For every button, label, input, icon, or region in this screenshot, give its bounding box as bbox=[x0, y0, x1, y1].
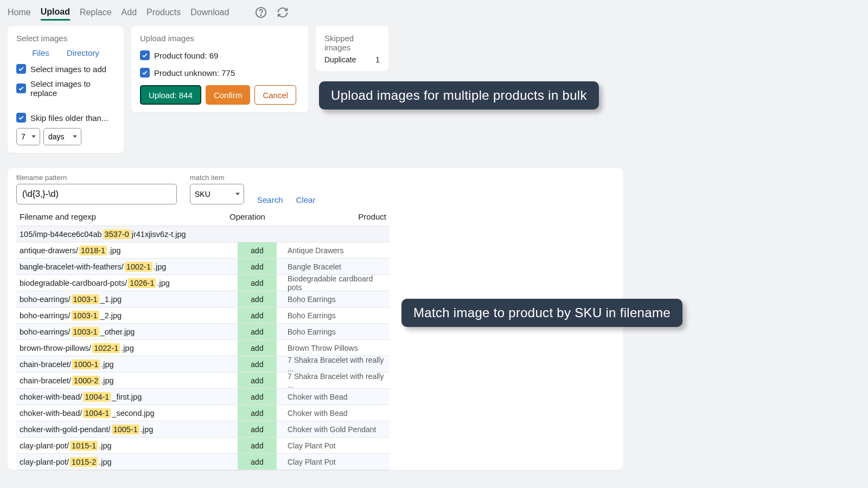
nav-add[interactable]: Add bbox=[122, 8, 137, 20]
table-row[interactable]: boho-earrings/ 1003-1 _other.jpgaddBoho … bbox=[16, 324, 390, 340]
table-row[interactable]: antique-drawers/ 1018-1 .jpgaddAntique D… bbox=[16, 242, 390, 259]
table-row[interactable]: chain-bracelet/ 1000-2 .jpgadd7 Shakra B… bbox=[16, 373, 390, 389]
operation-cell: add bbox=[238, 405, 277, 421]
checkbox-skip[interactable] bbox=[16, 113, 26, 123]
operation-badge: add bbox=[238, 307, 277, 323]
search-button[interactable]: Search bbox=[257, 195, 283, 204]
table-row[interactable]: chain-bracelet/ 1000-1 .jpgadd7 Shakra B… bbox=[16, 356, 390, 373]
nav-download[interactable]: Download bbox=[190, 8, 229, 20]
nav-upload[interactable]: Upload bbox=[41, 7, 70, 21]
table-row[interactable]: boho-earrings/ 1003-1 _1.jpgaddBoho Earr… bbox=[16, 291, 390, 307]
product-cell: Boho Earrings bbox=[277, 328, 390, 336]
table-row[interactable]: choker-with-gold-pendant/ 1005-1 .jpgadd… bbox=[16, 421, 390, 438]
operation-badge: add bbox=[238, 389, 277, 404]
table-row[interactable]: choker-with-bead/ 1004-1 _second.jpgaddC… bbox=[16, 405, 390, 421]
table-row[interactable]: 105/imp-b44ece6c04ab 3537-0 jr41xjisv6z-… bbox=[16, 226, 390, 242]
checkbox-replace[interactable] bbox=[16, 84, 26, 93]
operation-badge: add bbox=[238, 405, 277, 421]
refresh-icon[interactable] bbox=[277, 7, 289, 21]
table-row[interactable]: choker-with-bead/ 1004-1 _first.jpgaddCh… bbox=[16, 389, 390, 405]
filename-cell: choker-with-bead/ 1004-1 _second.jpg bbox=[16, 408, 218, 418]
product-cell: Biodegradable cardboard pots bbox=[277, 274, 390, 292]
checkbox-skip-label: Skip files older than... bbox=[30, 113, 108, 123]
filename-pattern-input[interactable] bbox=[16, 184, 177, 204]
regex-match: 1004-1 bbox=[83, 392, 111, 402]
product-cell: Choker with Gold Pendant bbox=[277, 425, 390, 434]
nav-replace[interactable]: Replace bbox=[80, 8, 112, 20]
operation-cell: add bbox=[238, 275, 277, 291]
operation-cell: add bbox=[238, 389, 277, 404]
upload-images-title: Upload images bbox=[140, 34, 299, 43]
operation-cell: add bbox=[238, 307, 277, 323]
age-number-select[interactable]: 7 bbox=[16, 128, 40, 145]
operation-badge: add bbox=[238, 454, 277, 470]
filename-cell: biodegradable-cardboard-pots/ 1026-1 .jp… bbox=[16, 278, 218, 288]
operation-badge: add bbox=[238, 259, 277, 274]
select-images-card: Select images Files Directory Select ima… bbox=[8, 26, 124, 153]
operation-cell: add bbox=[238, 324, 277, 339]
regex-match: 1026-1 bbox=[128, 278, 156, 288]
pattern-label: filename pattern bbox=[16, 174, 177, 182]
checkbox-product-found[interactable] bbox=[140, 50, 150, 60]
th-operation: Operation bbox=[218, 212, 277, 221]
cancel-button[interactable]: Cancel bbox=[254, 85, 296, 105]
operation-cell: add bbox=[238, 340, 277, 356]
product-cell: Antique Drawers bbox=[277, 246, 390, 255]
select-images-title: Select images bbox=[16, 34, 115, 43]
regex-match: 3537-0 bbox=[103, 229, 131, 239]
nav-products[interactable]: Products bbox=[146, 8, 181, 20]
regex-match: 1005-1 bbox=[112, 425, 139, 434]
tab-directory[interactable]: Directory bbox=[67, 48, 99, 57]
filename-cell: clay-plant-pot/ 1015-2 .jpg bbox=[16, 457, 218, 467]
regex-match: 1000-1 bbox=[72, 359, 100, 369]
operation-badge: add bbox=[238, 324, 277, 339]
checkbox-add[interactable] bbox=[16, 64, 26, 74]
confirm-button[interactable]: Confirm bbox=[206, 85, 251, 105]
clear-button[interactable]: Clear bbox=[296, 195, 316, 204]
table-row[interactable]: boho-earrings/ 1003-1 _2.jpgaddBoho Earr… bbox=[16, 307, 390, 324]
table-row[interactable]: brown-throw-pillows/ 1022-1 .jpgaddBrown… bbox=[16, 340, 390, 356]
upload-button[interactable]: Upload: 844 bbox=[140, 85, 201, 105]
skipped-dup-count: 1 bbox=[375, 55, 380, 64]
regex-match: 1003-1 bbox=[72, 327, 99, 337]
table-row[interactable]: biodegradable-cardboard-pots/ 1026-1 .jp… bbox=[16, 275, 390, 291]
operation-badge: add bbox=[238, 275, 277, 291]
regex-match: 1015-2 bbox=[70, 457, 98, 467]
nav-home[interactable]: Home bbox=[8, 8, 31, 20]
checkbox-replace-label: Select images to replace bbox=[30, 79, 115, 98]
product-cell: Clay Plant Pot bbox=[277, 458, 390, 466]
help-icon[interactable] bbox=[255, 7, 267, 21]
skipped-images-title: Skipped images bbox=[324, 34, 380, 52]
filename-cell: clay-plant-pot/ 1015-1 .jpg bbox=[16, 441, 218, 451]
regex-match: 1018-1 bbox=[79, 246, 107, 255]
product-cell: 7 Shakra Bracelet with really ... bbox=[277, 356, 390, 373]
filename-cell: 105/imp-b44ece6c04ab 3537-0 jr41xjisv6z-… bbox=[16, 229, 218, 239]
operation-badge: add bbox=[238, 340, 277, 356]
operation-cell: add bbox=[238, 373, 277, 388]
regex-match: 1002-1 bbox=[125, 262, 152, 272]
filename-cell: bangle-bracelet-with-feathers/ 1002-1 .j… bbox=[16, 262, 218, 272]
match-item-select[interactable]: SKU bbox=[190, 184, 244, 204]
regex-match: 1000-2 bbox=[72, 376, 100, 386]
operation-badge: add bbox=[238, 438, 277, 453]
product-cell: Choker with Bead bbox=[277, 409, 390, 418]
top-nav: Home Upload Replace Add Products Downloa… bbox=[0, 0, 868, 26]
operation-badge: add bbox=[238, 373, 277, 388]
filename-cell: brown-throw-pillows/ 1022-1 .jpg bbox=[16, 343, 218, 353]
age-unit-select[interactable]: days bbox=[43, 128, 81, 145]
product-cell: 7 Shakra Bracelet with really ... bbox=[277, 372, 390, 389]
product-cell: Boho Earrings bbox=[277, 311, 390, 320]
filename-cell: choker-with-gold-pendant/ 1005-1 .jpg bbox=[16, 425, 218, 434]
tab-files[interactable]: Files bbox=[32, 48, 49, 57]
filename-cell: boho-earrings/ 1003-1 _other.jpg bbox=[16, 327, 218, 337]
filename-cell: boho-earrings/ 1003-1 _2.jpg bbox=[16, 311, 218, 320]
product-cell: Bangle Bracelet bbox=[277, 262, 390, 271]
checkbox-product-unknown[interactable] bbox=[140, 68, 150, 78]
table-row[interactable]: bangle-bracelet-with-feathers/ 1002-1 .j… bbox=[16, 259, 390, 275]
product-unknown-label: Product unknown: 775 bbox=[154, 68, 235, 78]
table-row[interactable]: clay-plant-pot/ 1015-1 .jpgaddClay Plant… bbox=[16, 438, 390, 454]
product-cell: Clay Plant Pot bbox=[277, 441, 390, 450]
table-row[interactable]: clay-plant-pot/ 1015-2 .jpgaddClay Plant… bbox=[16, 454, 390, 470]
match-table: Filename and regexp Operation Product 10… bbox=[16, 208, 390, 470]
operation-cell: add bbox=[238, 454, 277, 470]
